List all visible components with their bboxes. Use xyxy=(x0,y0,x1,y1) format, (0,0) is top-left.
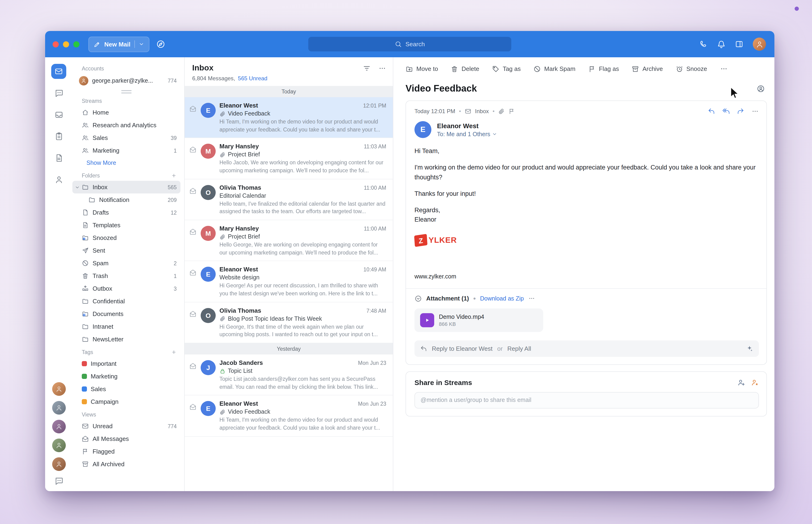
chat-shortcut-icon[interactable] xyxy=(54,477,63,486)
folder-item-templates[interactable]: Templates xyxy=(73,219,180,231)
email-list-item[interactable]: EEleanor WestMon Jun 23Video FeedbackHi … xyxy=(185,396,393,437)
outbox-icon xyxy=(82,285,89,292)
tag-item-marketing[interactable]: Marketing xyxy=(73,370,180,383)
email-list-item[interactable]: MMary Hansley11:00 AMProject BriefHello … xyxy=(185,220,393,261)
reply-all-label[interactable]: Reply All xyxy=(507,345,531,352)
chat-module[interactable] xyxy=(51,85,66,100)
recipients-toggle[interactable]: To: Me and 1 Others xyxy=(437,131,497,137)
toolbar-delete-button[interactable]: Delete xyxy=(451,65,479,72)
compose-pencil-icon xyxy=(94,40,100,48)
folder-item-outbox[interactable]: Outbox3 xyxy=(73,282,180,295)
view-item-unread[interactable]: Unread774 xyxy=(73,420,180,432)
toolbar-tag-as-button[interactable]: Tag as xyxy=(492,65,521,72)
toolbar-move-to-button[interactable]: Move to xyxy=(405,65,438,72)
attachment-more-options-icon[interactable] xyxy=(528,295,535,302)
quick-access-button[interactable] xyxy=(156,39,165,49)
folder-item-spam[interactable]: Spam2 xyxy=(73,257,180,269)
tag-item-sales[interactable]: Sales xyxy=(73,383,180,395)
view-item-flagged[interactable]: Flagged xyxy=(73,445,180,458)
share-mention-input[interactable] xyxy=(414,392,759,408)
email-more-options-icon[interactable] xyxy=(751,108,759,115)
email-list-item[interactable]: OOlivia Thomas7:48 AMBlog Post Topic Ide… xyxy=(185,302,393,343)
minimize-window-button[interactable] xyxy=(63,41,69,47)
tag-item-important[interactable]: Important xyxy=(73,357,180,370)
streams-module[interactable] xyxy=(51,107,66,122)
notifications-bell-icon[interactable] xyxy=(717,40,726,48)
list-more-options-icon[interactable] xyxy=(378,64,386,72)
email-list-item[interactable]: JJacob SandersMon Jun 23Topic ListTopic … xyxy=(185,355,393,396)
signature-website[interactable]: www.zylker.com xyxy=(406,246,766,288)
toolbar-snooze-button[interactable]: Snooze xyxy=(675,65,707,72)
tag-item-campaign[interactable]: Campaign xyxy=(73,395,180,408)
attachment-collapse-icon[interactable] xyxy=(414,295,422,302)
folder-item-snoozed[interactable]: Snoozed xyxy=(73,231,180,244)
zoom-window-button[interactable] xyxy=(73,41,79,47)
layout-panel-icon[interactable] xyxy=(735,40,743,48)
sender-avatar: E xyxy=(414,121,431,138)
email-list-item[interactable]: MMary Hansley11:03 AMProject BriefHello … xyxy=(185,138,393,179)
toolbar-archive-button[interactable]: Archive xyxy=(632,65,663,72)
chat-shortcut-icon xyxy=(54,477,63,486)
search-input[interactable]: Search xyxy=(308,37,511,51)
new-mail-options-chevron-icon[interactable] xyxy=(138,41,144,47)
mail-module[interactable] xyxy=(51,64,66,79)
stream-item-home[interactable]: Home xyxy=(73,106,180,119)
stream-item-research-and-analytics[interactable]: Research and Analytics xyxy=(73,119,180,131)
flag-icon[interactable] xyxy=(509,108,515,115)
toolbar-more-options-icon[interactable] xyxy=(720,65,728,73)
read-status-icon xyxy=(188,400,197,432)
zia-sparkle-icon[interactable] xyxy=(746,345,753,352)
folder-item-inbox[interactable]: Inbox565 xyxy=(73,181,180,194)
reply-all-icon[interactable] xyxy=(722,108,730,115)
tasks-module[interactable] xyxy=(51,129,66,144)
folder-item-trash[interactable]: Trash1 xyxy=(73,269,180,282)
folder-item-newsletter[interactable]: NewsLetter xyxy=(73,333,180,346)
sender-details-icon[interactable] xyxy=(757,84,765,93)
stream-item-sales[interactable]: Sales39 xyxy=(73,131,180,144)
folder-item-drafts[interactable]: Drafts12 xyxy=(73,206,180,219)
email-list-item[interactable]: EEleanor West12:01 PMVideo FeedbackHi Te… xyxy=(185,97,393,138)
forward-icon[interactable] xyxy=(737,108,744,115)
show-more-link[interactable]: Show More xyxy=(73,157,180,169)
reply-to-label[interactable]: Reply to Eleanor West xyxy=(432,345,492,352)
filter-icon[interactable] xyxy=(363,64,371,72)
view-item-all-messages[interactable]: All Messages xyxy=(73,432,180,445)
sidebar-resize-handle[interactable] xyxy=(73,88,180,94)
email-list-item[interactable]: OOlivia Thomas11:00 AMEditorial Calendar… xyxy=(185,179,393,220)
folder-item-sent[interactable]: Sent xyxy=(73,244,180,257)
close-window-button[interactable] xyxy=(53,41,59,47)
add-tag-icon[interactable] xyxy=(171,349,177,355)
stream-item-marketing[interactable]: Marketing1 xyxy=(73,144,180,157)
folder-item-notification[interactable]: Notification209 xyxy=(73,194,180,206)
phone-icon[interactable] xyxy=(699,40,708,48)
outbox-icon xyxy=(82,285,89,292)
chevron-down-icon[interactable] xyxy=(75,184,80,190)
rail-avatar-3[interactable] xyxy=(52,420,66,433)
rail-avatar-1[interactable] xyxy=(52,382,66,396)
unread-count-link[interactable]: 565 Unread xyxy=(238,75,267,82)
reply-icon[interactable] xyxy=(708,108,715,115)
toolbar-mark-spam-button[interactable]: Mark Spam xyxy=(534,65,575,72)
email-list-item[interactable]: EEleanor West10:49 AMWebsite designHi Ge… xyxy=(185,261,393,302)
account-item[interactable]: george.parker@zylke... 774 xyxy=(73,74,180,88)
user-avatar[interactable] xyxy=(753,37,766,51)
folder-item-intranet[interactable]: Intranet xyxy=(73,320,180,333)
new-mail-button[interactable]: New Mail xyxy=(88,36,149,52)
download-as-zip-link[interactable]: Download as Zip xyxy=(480,295,524,302)
topbar-actions xyxy=(699,37,775,51)
contacts-module[interactable] xyxy=(51,172,66,187)
rail-avatar-5[interactable] xyxy=(52,457,66,471)
attachment-card[interactable]: Demo Video.mp4866 KB xyxy=(414,308,543,332)
notes-module[interactable] xyxy=(51,150,66,165)
folder-item-documents[interactable]: Documents xyxy=(73,308,180,320)
rail-avatar-2[interactable] xyxy=(52,401,66,414)
toolbar-flag-as-button[interactable]: Flag as xyxy=(588,65,619,72)
folder-item-confidential[interactable]: Confidential xyxy=(73,295,180,308)
list-header: Inbox 6,804 Messages, 565 Unread xyxy=(185,57,393,86)
share-user-highlight-icon[interactable] xyxy=(751,378,759,386)
add-folder-icon[interactable] xyxy=(171,173,177,178)
view-item-all-archived[interactable]: All Archived xyxy=(73,458,180,471)
quick-reply-bar[interactable]: Reply to Eleanor West or Reply All xyxy=(414,340,759,357)
share-user-icon[interactable] xyxy=(737,378,745,386)
rail-avatar-4[interactable] xyxy=(52,439,66,452)
